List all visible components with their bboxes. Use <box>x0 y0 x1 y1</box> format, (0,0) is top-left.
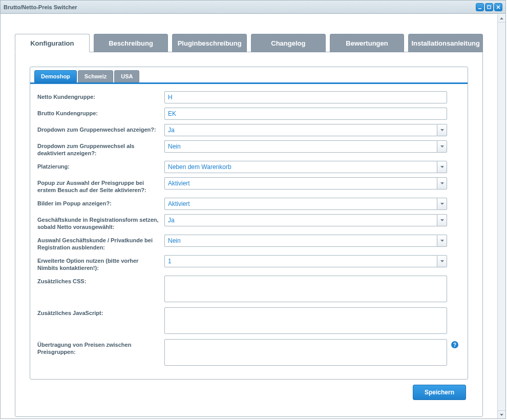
textarea-css[interactable] <box>164 276 447 302</box>
tab-konfiguration[interactable]: Konfiguration <box>15 34 90 52</box>
config-form: Netto Kundengruppe: Brutto Kundengruppe:… <box>30 84 468 379</box>
help-icon[interactable]: ? <box>451 341 458 348</box>
input-netto[interactable] <box>164 91 447 103</box>
textarea-js[interactable] <box>164 307 447 334</box>
label-brutto: Brutto Kundengruppe: <box>37 108 160 117</box>
subtab-demoshop[interactable]: Demoshop <box>34 70 77 82</box>
row-dropdown-disabled: Dropdown zum Gruppenwechsel als deaktivi… <box>37 140 460 157</box>
combo-reg-business[interactable] <box>164 214 447 226</box>
combo-images[interactable] <box>164 198 447 210</box>
combo-popup-input[interactable] <box>164 177 437 190</box>
subtab-usa[interactable]: USA <box>114 70 139 82</box>
label-placement: Platzierung: <box>37 161 160 170</box>
row-dropdown-show: Dropdown zum Gruppenwechsel anzeigen?: <box>37 124 460 136</box>
subtab-schweiz[interactable]: Schweiz <box>78 70 113 82</box>
label-reg-business: Geschäftskunde in Registrationsform setz… <box>37 214 160 230</box>
row-netto: Netto Kundengruppe: <box>37 91 460 103</box>
row-reg-hide: Auswahl Geschäftskunde / Privatkunde bei… <box>37 235 460 251</box>
panel-footer: Speichern <box>30 380 468 402</box>
config-panel: Demoshop Schweiz USA Netto Kundengruppe:… <box>15 52 483 417</box>
combo-reg-business-trigger[interactable] <box>437 214 447 226</box>
row-css: Zusätzliches CSS: <box>37 276 460 303</box>
maximize-button[interactable] <box>485 3 493 11</box>
save-button[interactable]: Speichern <box>413 385 466 400</box>
scroll-up-arrow[interactable] <box>498 14 505 23</box>
label-reg-hide: Auswahl Geschäftskunde / Privatkunde bei… <box>37 235 160 251</box>
combo-images-trigger[interactable] <box>437 198 447 210</box>
combo-dropdown-disabled-input[interactable] <box>164 140 437 153</box>
chevron-down-icon <box>440 145 444 148</box>
chevron-down-icon <box>440 260 444 262</box>
row-images: Bilder im Popup anzeigen?: <box>37 198 460 210</box>
chevron-down-icon <box>440 129 444 131</box>
shop-subpanel: Demoshop Schweiz USA Netto Kundengruppe:… <box>30 67 468 380</box>
combo-reg-hide-input[interactable] <box>164 235 437 247</box>
label-transfer: Übertragung von Preisen zwischen Preisgr… <box>37 339 160 355</box>
svg-rect-1 <box>488 6 491 9</box>
combo-extended[interactable] <box>164 255 447 267</box>
svg-rect-0 <box>478 8 481 9</box>
content-area: Konfiguration Beschreibung Pluginbeschre… <box>15 34 483 418</box>
combo-placement-input[interactable] <box>164 161 437 173</box>
tab-installationsanleitung[interactable]: Installationsanleitung <box>408 34 483 52</box>
chevron-down-icon <box>440 166 444 168</box>
textarea-transfer[interactable] <box>164 339 447 366</box>
maximize-icon <box>487 5 491 9</box>
close-button[interactable] <box>494 3 502 11</box>
combo-images-input[interactable] <box>164 198 437 210</box>
row-reg-business: Geschäftskunde in Registrationsform setz… <box>37 214 460 230</box>
tab-beschreibung[interactable]: Beschreibung <box>94 34 168 52</box>
chevron-down-icon <box>440 240 444 242</box>
close-icon <box>496 5 500 9</box>
body-area: Konfiguration Beschreibung Pluginbeschre… <box>1 14 505 418</box>
row-placement: Platzierung: <box>37 161 460 173</box>
chevron-down-icon <box>440 182 444 184</box>
label-netto: Netto Kundengruppe: <box>37 91 160 100</box>
label-extended: Erweiterte Option nutzen (bitte vorher N… <box>37 255 160 271</box>
combo-dropdown-show[interactable] <box>164 124 447 136</box>
sub-tab-strip: Demoshop Schweiz USA <box>30 67 468 84</box>
window-title: Brutto/Netto-Preis Switcher <box>4 4 77 10</box>
tab-pluginbeschreibung[interactable]: Pluginbeschreibung <box>172 34 247 52</box>
label-dropdown-show: Dropdown zum Gruppenwechsel anzeigen?: <box>37 124 160 133</box>
combo-placement[interactable] <box>164 161 447 173</box>
combo-placement-trigger[interactable] <box>437 161 447 173</box>
tab-bewertungen[interactable]: Bewertungen <box>330 34 405 52</box>
combo-dropdown-disabled[interactable] <box>164 140 447 153</box>
label-css: Zusätzliches CSS: <box>37 276 160 285</box>
combo-reg-hide-trigger[interactable] <box>437 235 447 247</box>
vertical-scrollbar[interactable] <box>497 14 505 418</box>
chevron-up-icon <box>500 17 503 19</box>
label-popup: Popup zur Auswahl der Preisgruppe bei er… <box>37 177 160 194</box>
row-transfer: Übertragung von Preisen zwischen Preisgr… <box>37 339 460 367</box>
combo-reg-hide[interactable] <box>164 235 447 247</box>
combo-popup[interactable] <box>164 177 447 190</box>
combo-dropdown-disabled-trigger[interactable] <box>437 140 447 153</box>
minimize-icon <box>478 5 482 9</box>
input-brutto[interactable] <box>164 108 447 120</box>
combo-dropdown-show-trigger[interactable] <box>437 124 447 136</box>
minimize-button[interactable] <box>476 3 484 11</box>
scroll-down-arrow[interactable] <box>498 410 505 418</box>
window-controls <box>476 3 502 11</box>
combo-popup-trigger[interactable] <box>437 177 447 190</box>
combo-dropdown-show-input[interactable] <box>164 124 437 136</box>
chevron-down-icon <box>440 203 444 205</box>
combo-extended-trigger[interactable] <box>437 255 447 267</box>
row-extended: Erweiterte Option nutzen (bitte vorher N… <box>37 255 460 271</box>
chevron-down-icon <box>440 219 444 221</box>
main-tab-strip: Konfiguration Beschreibung Pluginbeschre… <box>15 34 483 52</box>
combo-extended-input[interactable] <box>164 255 437 267</box>
row-brutto: Brutto Kundengruppe: <box>37 108 460 120</box>
chevron-down-icon <box>500 414 503 416</box>
label-dropdown-disabled: Dropdown zum Gruppenwechsel als deaktivi… <box>37 140 160 157</box>
row-js: Zusätzliches JavaScript: <box>37 307 460 335</box>
row-popup: Popup zur Auswahl der Preisgruppe bei er… <box>37 177 460 194</box>
tab-changelog[interactable]: Changelog <box>251 34 326 52</box>
combo-reg-business-input[interactable] <box>164 214 437 226</box>
label-js: Zusätzliches JavaScript: <box>37 307 160 317</box>
titlebar: Brutto/Netto-Preis Switcher <box>1 1 505 14</box>
label-images: Bilder im Popup anzeigen?: <box>37 198 160 207</box>
window-frame: Brutto/Netto-Preis Switcher Konfigura <box>0 0 506 419</box>
